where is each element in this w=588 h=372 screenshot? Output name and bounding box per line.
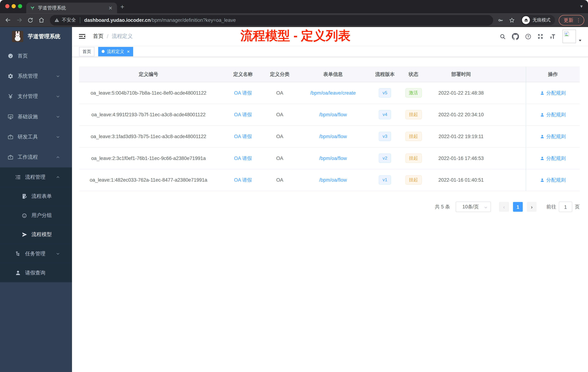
- cell-category: OA: [268, 126, 292, 147]
- cell-version: v3: [375, 126, 395, 147]
- sidebar-item-7[interactable]: 流程表单: [0, 186, 72, 206]
- tag-0[interactable]: 首页: [79, 47, 94, 56]
- definition-name-link[interactable]: OA 请假: [234, 133, 252, 139]
- password-key-icon[interactable]: [498, 17, 504, 23]
- assign-rule-label: 分配规则: [546, 133, 566, 140]
- sidebar-logo[interactable]: 芋道管理系统: [0, 27, 72, 46]
- help-icon[interactable]: ?: [525, 33, 531, 40]
- cell-form-info: /bpm/oa/flow: [292, 126, 375, 147]
- sidebar-item-label: 请假查询: [25, 269, 45, 276]
- tag-1[interactable]: 流程定义✕: [98, 47, 133, 56]
- tab-close-icon[interactable]: ✕: [108, 5, 113, 11]
- form-link[interactable]: /bpm/oa/flow: [319, 134, 347, 139]
- cell-filler: [491, 126, 526, 147]
- forward-icon[interactable]: [16, 17, 22, 23]
- definition-name-link[interactable]: OA 请假: [234, 90, 252, 96]
- sidebar-item-4[interactable]: 研发工具: [0, 127, 72, 147]
- tab-search-chevron-icon[interactable]: ▼: [579, 4, 583, 9]
- sidebar-item-6[interactable]: 流程管理: [0, 167, 72, 186]
- tag-close-icon[interactable]: ✕: [127, 49, 130, 54]
- sidebar-item-0[interactable]: 首页: [0, 46, 72, 66]
- definition-name-link[interactable]: OA 请假: [234, 112, 252, 117]
- cell-definition-name: OA 请假: [218, 126, 268, 147]
- user-small-icon: [540, 134, 544, 139]
- chevron-down-icon: [55, 94, 61, 99]
- breadcrumb-home[interactable]: 首页: [93, 33, 104, 40]
- browser-update-button[interactable]: 更新 ⋮: [559, 15, 584, 25]
- assign-rule-label: 分配规则: [546, 155, 566, 162]
- search-icon[interactable]: [499, 33, 506, 40]
- sidebar-item-11[interactable]: 请假查询: [0, 263, 72, 282]
- cell-definition-name: OA 请假: [218, 82, 268, 104]
- home-icon[interactable]: [38, 17, 44, 23]
- address-bar[interactable]: 不安全 dashboard.yudao.iocoder.cn/bpm/manag…: [50, 15, 493, 25]
- window-close-button[interactable]: [5, 4, 10, 8]
- browser-tab[interactable]: 芋道管理系统 ✕: [26, 2, 117, 13]
- url-text[interactable]: dashboard.yudao.iocoder.cn/bpm/manager/d…: [84, 17, 236, 23]
- sidebar-item-2[interactable]: 支付管理: [0, 86, 72, 107]
- reload-icon[interactable]: [27, 17, 33, 23]
- sidebar-item-label: 流程模型: [32, 231, 52, 238]
- status-badge: 挂起: [405, 153, 422, 163]
- security-warning-icon[interactable]: [54, 18, 59, 22]
- user-avatar[interactable]: [563, 30, 576, 43]
- sidebar-item-9[interactable]: 流程模型: [0, 225, 72, 244]
- cell-definition-id: oa_leave:2:3c1f0ef1-76b1-11ec-9c66-a2380…: [79, 147, 218, 169]
- assign-rule-link[interactable]: 分配规则: [540, 133, 566, 140]
- user-icon: [15, 270, 21, 276]
- github-icon[interactable]: [512, 33, 519, 40]
- assign-rule-link[interactable]: 分配规则: [540, 155, 566, 162]
- new-tab-button[interactable]: +: [120, 3, 124, 11]
- back-icon[interactable]: [5, 17, 11, 23]
- window-minimize-button[interactable]: [12, 4, 16, 8]
- page-size-select[interactable]: 10条/页: [456, 202, 491, 212]
- status-badge: 挂起: [405, 110, 422, 119]
- cell-filler: [491, 169, 526, 191]
- form-link[interactable]: /bpm/oa/flow: [319, 155, 347, 161]
- hamburger-icon[interactable]: [78, 33, 86, 40]
- status-badge: 挂起: [405, 175, 422, 185]
- user-small-icon: [540, 91, 544, 95]
- table-row: oa_leave:5:004b710b-7b8a-11ec-8ef0-acde4…: [79, 82, 580, 104]
- goto-page-input[interactable]: [559, 202, 572, 212]
- cell-filler: [491, 147, 526, 169]
- cell-category: OA: [268, 104, 292, 126]
- table-row: oa_leave:3:1fad3d93-7b75-11ec-a3c8-acde4…: [79, 126, 580, 147]
- fullscreen-icon[interactable]: [537, 33, 544, 40]
- cell-definition-name: OA 请假: [218, 147, 268, 169]
- sidebar-item-8[interactable]: 用户分组: [0, 206, 72, 225]
- version-tag: v4: [379, 110, 391, 119]
- definition-name-link[interactable]: OA 请假: [234, 155, 252, 161]
- form-link[interactable]: /bpm/oa/flow: [319, 177, 347, 183]
- browser-menu-icon[interactable]: ⋮: [576, 17, 581, 23]
- sidebar-item-10[interactable]: 任务管理: [0, 244, 72, 263]
- tab-title: 芋道管理系统: [38, 5, 108, 11]
- sidebar-item-label: 系统管理: [18, 73, 38, 79]
- cell-version: v4: [375, 104, 395, 126]
- assign-rule-link[interactable]: 分配规则: [540, 111, 566, 118]
- column-header: 流程版本: [375, 66, 395, 82]
- browser-toolbar: 不安全 dashboard.yudao.iocoder.cn/bpm/manag…: [0, 13, 588, 27]
- page-number-button[interactable]: 1: [513, 202, 523, 212]
- chevron-up-icon: [55, 155, 61, 159]
- next-page-button[interactable]: ›: [527, 202, 537, 212]
- avatar-caret-icon[interactable]: [578, 39, 582, 42]
- cell-category: OA: [268, 82, 292, 104]
- sidebar-item-1[interactable]: 系统管理: [0, 66, 72, 86]
- sidebar-item-5[interactable]: 工作流程: [0, 147, 72, 167]
- chevron-down-icon: [55, 74, 61, 78]
- security-label[interactable]: 不安全: [62, 17, 76, 23]
- form-link[interactable]: /bpm/oa/leave/create: [310, 90, 356, 96]
- assign-rule-link[interactable]: 分配规则: [540, 89, 566, 96]
- definition-name-link[interactable]: OA 请假: [234, 177, 252, 183]
- sidebar-item-3[interactable]: 基础设施: [0, 107, 72, 127]
- prev-page-button[interactable]: ‹: [499, 202, 509, 212]
- font-size-icon[interactable]: [549, 33, 556, 40]
- form-link[interactable]: /bpm/oa/flow: [319, 112, 347, 118]
- cell-form-info: /bpm/oa/flow: [292, 169, 375, 191]
- assign-rule-link[interactable]: 分配规则: [540, 176, 566, 183]
- column-header: 表单信息: [292, 66, 375, 82]
- bookmark-star-icon[interactable]: [509, 17, 515, 23]
- window-zoom-button[interactable]: [18, 4, 22, 8]
- cell-filler: [491, 104, 526, 126]
